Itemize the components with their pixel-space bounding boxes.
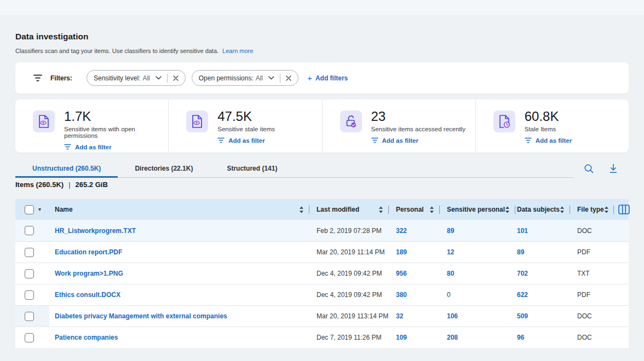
filter-chip-open-permissions[interactable]: Open permissions: All — [192, 70, 298, 86]
file-type-cell: PDF — [575, 284, 629, 305]
add-as-filter-link[interactable]: Add as filter — [217, 137, 264, 144]
sort-icon[interactable] — [378, 206, 383, 213]
chevron-down-icon[interactable] — [268, 76, 274, 80]
sensitive-personal-count-link[interactable]: 89 — [447, 227, 454, 235]
personal-cell: 189 — [394, 242, 445, 263]
column-divider — [388, 206, 389, 214]
file-name-link[interactable]: Patience companies — [55, 334, 118, 341]
file-name-link[interactable]: HR_Listworkprogrem.TXT — [55, 227, 136, 235]
data-subjects-count-link[interactable]: 622 — [517, 291, 528, 299]
personal-count-link[interactable]: 380 — [396, 291, 407, 299]
name-cell: Diabetes privacy Management with externa… — [49, 306, 314, 327]
header-checkbox-cell: ▾ — [15, 199, 49, 220]
data-subjects-count-link[interactable]: 101 — [517, 227, 528, 235]
close-icon[interactable] — [286, 75, 291, 81]
data-subjects-count-link[interactable]: 89 — [517, 248, 524, 256]
personal-count-link[interactable]: 956 — [396, 270, 407, 277]
filters-label: Filters: — [50, 74, 72, 82]
data-subjects-count-link[interactable]: 96 — [517, 334, 524, 341]
filter-chip-value: All — [256, 74, 263, 82]
personal-cell: 32 — [394, 306, 445, 327]
tab-unstructured[interactable]: Unstructured (260.5K) — [15, 161, 118, 178]
download-icon[interactable] — [609, 164, 618, 173]
table-row: Work program>1.PNG Dec 4, 2019 09:42 PM … — [15, 263, 629, 284]
sort-icon[interactable] — [429, 206, 434, 213]
columns-icon[interactable] — [618, 205, 630, 214]
unlock-check-icon — [340, 110, 362, 132]
tab-directories[interactable]: Directories (22.1K) — [118, 161, 210, 178]
column-divider — [613, 206, 614, 214]
file-name-link[interactable]: Diabetes privacy Management with externa… — [55, 312, 227, 320]
row-checkbox-cell — [15, 306, 49, 327]
file-name-link[interactable]: Work program>1.PNG — [55, 270, 123, 277]
sensitive-personal-count-link[interactable]: 12 — [447, 248, 454, 256]
sensitive-personal-cell: 89 — [445, 220, 515, 241]
close-icon[interactable] — [173, 75, 179, 81]
table-header: ▾ Name Last modified Personal Sensitive — [15, 199, 629, 220]
stat-card-sensitive-stale: 47.5K Sensitive stale items Add as filte… — [168, 100, 321, 153]
filters-bar: Filters: Sensitivity level: All Open per… — [15, 62, 629, 94]
filter-chip-sensitivity-level[interactable]: Sensitivity level: All — [87, 70, 186, 86]
personal-cell: 380 — [394, 284, 445, 305]
table-row: HR_Listworkprogrem.TXT Feb 2, 2019 07:28… — [15, 220, 629, 241]
row-checkbox-cell — [15, 327, 49, 348]
sensitive-personal-cell: 80 — [445, 263, 515, 284]
sensitive-personal-count-link[interactable]: 80 — [447, 270, 454, 277]
file-name-link[interactable]: Ethics consult.DOCX — [55, 291, 120, 299]
stat-label: Sensitive items accessed recently — [371, 126, 466, 132]
sensitive-personal-cell: 12 — [445, 242, 515, 263]
stat-label: Stale Items — [525, 126, 572, 132]
sensitive-doc-icon — [33, 110, 55, 132]
sort-icon[interactable] — [505, 206, 510, 213]
add-as-filter-link[interactable]: Add as filter — [371, 137, 418, 144]
page-subtitle-text: Classifiers scan and tag your items. Use… — [15, 48, 219, 54]
name-cell: Work program>1.PNG — [49, 263, 314, 284]
name-cell: Ethics consult.DOCX — [49, 284, 314, 305]
personal-count-link[interactable]: 109 — [396, 334, 407, 341]
row-checkbox[interactable] — [25, 290, 34, 300]
last-modified-cell: Dec 7, 2019 11:26 PM — [314, 327, 394, 348]
stat-value: 1.7K — [64, 109, 168, 124]
data-subjects-cell: 101 — [515, 220, 575, 241]
data-subjects-count-link[interactable]: 509 — [517, 312, 528, 320]
row-checkbox-cell — [15, 242, 49, 263]
personal-count-link[interactable]: 189 — [396, 248, 407, 256]
add-filters-button[interactable]: + Add filters — [307, 74, 348, 82]
row-checkbox-cell — [15, 263, 49, 284]
file-name-link[interactable]: Education report.PDF — [55, 248, 122, 256]
column-divider — [439, 206, 440, 214]
row-checkbox[interactable] — [25, 312, 34, 321]
chevron-down-icon[interactable] — [156, 76, 162, 80]
row-checkbox[interactable] — [25, 269, 34, 278]
sort-icon[interactable] — [560, 206, 565, 213]
sensitive-personal-count-link[interactable]: 106 — [447, 312, 458, 320]
funnel-icon — [33, 74, 42, 81]
table-row: Patience companies Dec 7, 2019 11:26 PM … — [15, 327, 629, 348]
row-checkbox[interactable] — [25, 333, 34, 342]
table-actions — [584, 164, 618, 173]
personal-cell: 322 — [394, 220, 445, 241]
add-as-filter-link[interactable]: Add as filter — [64, 144, 111, 150]
name-cell: Patience companies — [49, 327, 314, 348]
data-subjects-count-link[interactable]: 702 — [517, 270, 528, 277]
add-as-filter-link[interactable]: Add as filter — [525, 137, 572, 144]
last-modified-cell: Dec 4, 2019 09:42 PM — [314, 263, 394, 284]
learn-more-link[interactable]: Learn more — [222, 48, 253, 54]
column-header-name: Name — [49, 199, 314, 220]
personal-count-link[interactable]: 32 — [396, 312, 403, 320]
sort-icon[interactable] — [604, 206, 609, 213]
row-checkbox[interactable] — [25, 226, 34, 235]
checkbox-menu-caret-icon[interactable]: ▾ — [38, 207, 41, 212]
table-body: HR_Listworkprogrem.TXT Feb 2, 2019 07:28… — [15, 220, 629, 348]
row-checkbox-cell — [15, 220, 49, 241]
tab-structured[interactable]: Structured (141) — [210, 161, 294, 178]
search-icon[interactable] — [584, 164, 594, 173]
sensitive-personal-count-link[interactable]: 208 — [447, 334, 458, 341]
funnel-icon — [371, 137, 378, 143]
table-row: Ethics consult.DOCX Dec 4, 2019 09:42 PM… — [15, 284, 629, 305]
personal-cell: 109 — [394, 327, 445, 348]
personal-count-link[interactable]: 322 — [396, 227, 407, 235]
row-checkbox[interactable] — [25, 248, 34, 257]
select-all-checkbox[interactable] — [25, 205, 34, 214]
sort-icon[interactable] — [299, 206, 304, 213]
